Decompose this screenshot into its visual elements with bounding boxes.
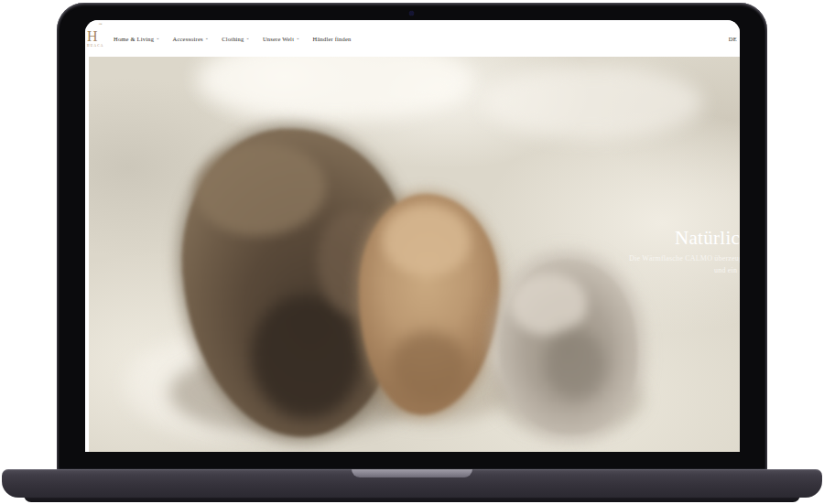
chevron-down-icon: ⌄ [156, 36, 159, 40]
hero-section: Natürlich Die Wärmflasche CALMO überzeug… [89, 57, 740, 452]
nav-item-label: Accessoires [173, 36, 203, 42]
nav-item-haendler-finden[interactable]: Händler finden [313, 36, 352, 42]
brand-logo-letter: H™ [87, 29, 101, 44]
chevron-down-icon: ⌄ [246, 36, 250, 40]
laptop-lid-notch [352, 469, 472, 477]
fur-shadow [542, 327, 607, 400]
nav-item-unsere-welt[interactable]: Unsere Welt ⌄ [263, 36, 300, 42]
nav-item-label: Home & Living [114, 36, 154, 42]
laptop-screen: H™ HUACA Home & Living ⌄ Accessoires ⌄ C… [85, 20, 740, 452]
nav-item-accessoires[interactable]: Accessoires ⌄ [173, 36, 210, 42]
navbar: H™ HUACA Home & Living ⌄ Accessoires ⌄ C… [85, 20, 740, 57]
laptop-base [2, 469, 822, 498]
nav-item-home-living[interactable]: Home & Living ⌄ [114, 36, 160, 42]
fur-highlight [509, 273, 588, 337]
hero-subtitle-line2: und ein [714, 266, 737, 274]
brand-logo[interactable]: H™ HUACA [87, 29, 105, 48]
trademark-symbol: ™ [99, 22, 103, 27]
language-selector[interactable]: DE [729, 36, 737, 42]
nav-item-label: Händler finden [313, 36, 352, 42]
sheepskin-highlight [199, 57, 473, 121]
chevron-down-icon: ⌄ [296, 36, 299, 40]
nav-item-label: Unsere Welt [263, 36, 294, 42]
fur-shadow [388, 329, 470, 404]
hero-subtitle-line1: Die Wärmflasche CALMO überzeugt dur [629, 254, 740, 263]
chevron-down-icon: ⌄ [205, 36, 209, 40]
sheepskin-highlight [482, 66, 702, 139]
nav-item-label: Clothing [222, 36, 244, 42]
brand-logo-text: HUACA [87, 45, 103, 48]
nav-menu: Home & Living ⌄ Accessoires ⌄ Clothing ⌄… [114, 36, 352, 42]
fur-highlight [381, 202, 472, 277]
nav-item-clothing[interactable]: Clothing ⌄ [222, 36, 250, 42]
laptop-mockup: H™ HUACA Home & Living ⌄ Accessoires ⌄ C… [0, 0, 824, 504]
webcam-dot [409, 11, 414, 16]
hero-title: Natürlich [675, 227, 740, 250]
fur-highlight [191, 138, 329, 240]
